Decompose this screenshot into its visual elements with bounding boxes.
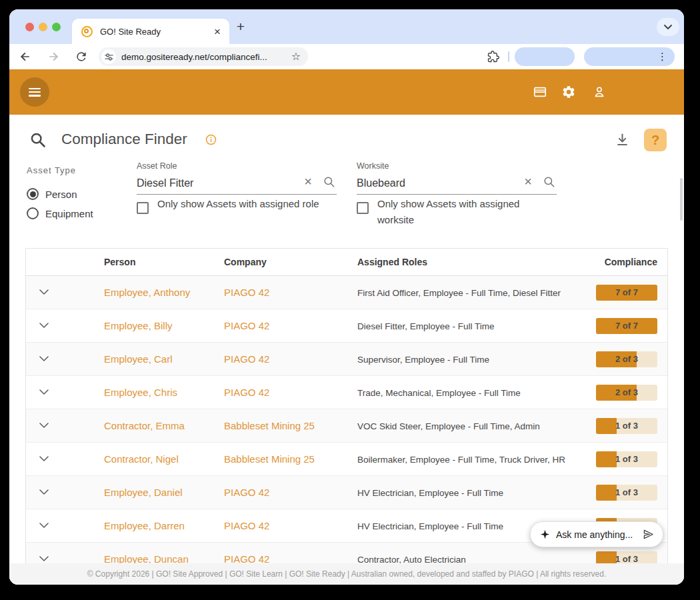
scrollbar-thumb[interactable]: [680, 178, 683, 221]
refresh-icon[interactable]: [75, 50, 88, 63]
column-header-company: Company: [224, 257, 357, 267]
asset-role-clear-icon[interactable]: ×: [304, 175, 312, 188]
profile-pill-wide[interactable]: ⋮: [584, 47, 675, 66]
row-expand-button[interactable]: [26, 556, 104, 562]
chevron-down-icon: [664, 25, 672, 30]
worksite-field: ×: [357, 172, 557, 195]
asset-type-label: Asset Type: [27, 165, 76, 175]
profile-pill[interactable]: [515, 47, 575, 66]
company-link[interactable]: Babbleset Mining 25: [224, 453, 315, 465]
assigned-roles-text: HV Electrician, Employee - Full Time: [357, 521, 503, 531]
assigned-roles-text: Supervisor, Employee - Full Time: [357, 355, 489, 365]
toolbar-divider: [508, 51, 509, 62]
compliance-badge: 7 of 7: [596, 318, 657, 334]
column-header-person: Person: [104, 257, 224, 267]
address-bar[interactable]: demo.gositeready.net/compliancefi... ☆: [99, 47, 308, 66]
person-link[interactable]: Employee, Duncan: [104, 553, 189, 565]
send-icon[interactable]: [643, 529, 654, 540]
tab-title: GO! Site Ready: [100, 27, 214, 37]
person-link[interactable]: Employee, Daniel: [104, 487, 183, 498]
help-button[interactable]: ?: [644, 129, 667, 151]
row-expand-button[interactable]: [26, 356, 104, 362]
row-expand-button[interactable]: [26, 323, 104, 329]
table-row: Employee, Billy PIAGO 42 Diesel Fitter, …: [26, 309, 667, 343]
company-link[interactable]: PIAGO 42: [224, 520, 269, 531]
column-header-roles: Assigned Roles: [357, 257, 596, 267]
company-link[interactable]: PIAGO 42: [224, 387, 269, 398]
tab-close-icon[interactable]: ×: [214, 26, 221, 37]
row-expand-button[interactable]: [26, 389, 104, 395]
compliance-label: 7 of 7: [596, 285, 657, 301]
radio-person-control[interactable]: [27, 188, 39, 200]
compliance-label: 2 of 3: [596, 351, 657, 367]
company-link[interactable]: PIAGO 42: [224, 487, 269, 498]
gear-icon[interactable]: [561, 85, 576, 99]
app-header: [9, 69, 684, 115]
back-icon[interactable]: [19, 50, 32, 63]
sparkle-icon: [540, 529, 550, 539]
person-link[interactable]: Employee, Billy: [104, 320, 173, 331]
row-expand-button[interactable]: [26, 523, 104, 529]
compliance-label: 7 of 7: [596, 318, 657, 334]
row-expand-button[interactable]: [26, 289, 104, 295]
table-row: Contractor, Emma Babbleset Mining 25 VOC…: [26, 409, 667, 443]
download-icon[interactable]: [615, 132, 630, 147]
info-icon[interactable]: [205, 134, 217, 145]
asset-role-checkbox-label[interactable]: Only show Assets with assigned role: [157, 196, 324, 212]
company-link[interactable]: PIAGO 42: [224, 553, 269, 565]
person-link[interactable]: Employee, Darren: [104, 520, 185, 531]
radio-equipment[interactable]: Equipment: [27, 207, 93, 219]
person-link[interactable]: Contractor, Emma: [104, 420, 185, 431]
site-favicon-icon: [81, 26, 93, 37]
chevron-down-icon: [39, 389, 49, 395]
window-close-button[interactable]: [25, 23, 34, 31]
company-link[interactable]: PIAGO 42: [224, 353, 269, 365]
worksite-checkbox-label[interactable]: Only show Assets with assigned worksite: [377, 196, 551, 228]
row-expand-button[interactable]: [26, 489, 104, 495]
person-link[interactable]: Employee, Anthony: [104, 287, 190, 298]
page-content: Compliance Finder ? Asset Type Person Eq…: [9, 115, 684, 585]
ask-me-anything-button[interactable]: Ask me anything...: [530, 521, 663, 547]
new-tab-button[interactable]: +: [233, 17, 248, 36]
company-link[interactable]: PIAGO 42: [224, 287, 269, 298]
radio-person[interactable]: Person: [27, 188, 77, 200]
browser-menu-icon[interactable]: ⋮: [657, 51, 667, 63]
company-link[interactable]: Babbleset Mining 25: [224, 420, 315, 431]
person-link[interactable]: Contractor, Nigel: [104, 453, 179, 465]
menu-button[interactable]: [20, 77, 49, 107]
table-row: Employee, Carl PIAGO 42 Supervisor, Empl…: [26, 343, 667, 376]
compliance-label: 1 of 3: [596, 451, 657, 467]
radio-equipment-control[interactable]: [27, 207, 39, 219]
chevron-down-icon: [39, 356, 49, 362]
assigned-roles-text: VOC Skid Steer, Employee - Full Time, Ad…: [357, 421, 540, 431]
table-row: Employee, Anthony PIAGO 42 First Aid Off…: [26, 276, 667, 309]
person-link[interactable]: Employee, Carl: [104, 353, 173, 365]
window-minimize-button[interactable]: [39, 23, 47, 31]
row-expand-button[interactable]: [26, 456, 104, 462]
worksite-search-icon[interactable]: [543, 175, 556, 189]
worksite-checkbox[interactable]: [357, 202, 369, 214]
row-expand-button[interactable]: [26, 423, 104, 429]
assigned-roles-text: Diesel Fitter, Employee - Full Time: [357, 321, 495, 331]
worksite-clear-icon[interactable]: ×: [524, 175, 532, 188]
chevron-down-icon: [39, 556, 49, 562]
extensions-icon[interactable]: [487, 51, 499, 63]
compliance-label: 1 of 3: [596, 485, 657, 501]
asset-role-checkbox[interactable]: [137, 202, 149, 214]
chevron-down-icon: [39, 523, 49, 529]
chevron-down-icon: [39, 423, 49, 429]
bookmark-star-icon[interactable]: ☆: [291, 51, 301, 62]
chevron-down-icon: [39, 323, 49, 329]
asset-role-search-icon[interactable]: [323, 175, 336, 189]
browser-tab[interactable]: GO! Site Ready ×: [72, 19, 229, 44]
column-header-compliance: Compliance: [596, 257, 667, 267]
card-icon[interactable]: [533, 85, 547, 99]
site-settings-icon[interactable]: [101, 49, 116, 64]
assigned-roles-text: HV Electrician, Employee - Full Time: [357, 488, 503, 498]
person-link[interactable]: Employee, Chris: [104, 387, 177, 398]
person-icon[interactable]: [592, 85, 607, 99]
company-link[interactable]: PIAGO 42: [224, 320, 269, 331]
forward-icon[interactable]: [47, 50, 60, 63]
tab-search-button[interactable]: [657, 18, 679, 36]
window-zoom-button[interactable]: [52, 23, 61, 31]
